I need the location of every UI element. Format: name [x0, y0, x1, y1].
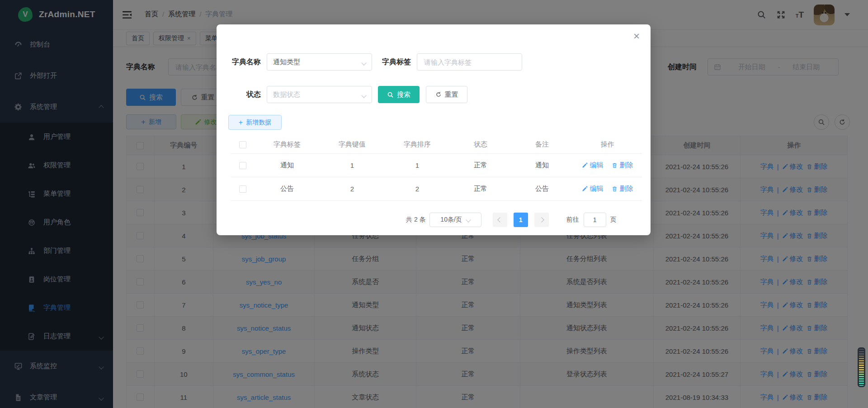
chevron-down-icon: [466, 217, 471, 222]
dict-tag-input-field[interactable]: [423, 58, 516, 66]
dialog-close-icon[interactable]: ×: [633, 31, 640, 42]
page-unit-label: 页: [610, 216, 617, 224]
status-cell: 正常: [450, 185, 511, 193]
goto-page-input[interactable]: [584, 213, 606, 227]
trash-icon: [612, 162, 618, 168]
page-size-select[interactable]: 10条/页: [429, 213, 481, 227]
row-checkbox[interactable]: [239, 185, 246, 193]
edit-action-link[interactable]: 编辑: [582, 185, 604, 193]
page-size-value: 10条/页: [440, 216, 462, 224]
dict-sort-cell: 2: [385, 185, 450, 193]
plus-icon: +: [239, 119, 243, 126]
add-data-button-label: 新增数据: [246, 119, 271, 127]
trash-icon: [612, 186, 618, 192]
dict-value-cell: 1: [320, 161, 385, 169]
status-select[interactable]: 数据状态: [267, 86, 372, 103]
select-all-checkbox[interactable]: [239, 141, 246, 148]
remark-cell: 公告: [511, 185, 573, 193]
dict-data-dialog: × 字典名称 通知类型 字典标签 状态 数据状态 搜索 重置 + 新增数据 字典…: [217, 24, 651, 235]
column-header: 字典标签: [255, 140, 320, 149]
row-checkbox-cell: [231, 185, 255, 193]
column-header: 备注: [511, 140, 573, 149]
table-row: 通知 1 1 正常 通知 编辑 删除: [231, 154, 642, 177]
dict-data-table-header: 字典标签 字典键值 字典排序 状态 备注 操作: [231, 136, 642, 154]
pagination: 共 2 条 10条/页 1 前往 页: [406, 213, 617, 227]
dict-data-table-body: 通知 1 1 正常 通知 编辑 删除: [231, 154, 642, 201]
dict-name-select-value: 通知类型: [273, 58, 300, 66]
dict-sort-cell: 1: [385, 161, 450, 169]
column-header: 操作: [573, 140, 642, 149]
dict-label-cell: 公告: [255, 185, 320, 193]
goto-label: 前往: [566, 216, 579, 224]
dict-tag-label: 字典标签: [378, 53, 411, 71]
status-cell: 正常: [450, 161, 511, 170]
row-checkbox-cell: [231, 162, 255, 169]
pencil-icon: [582, 162, 588, 168]
select-all-checkbox-cell: [231, 141, 255, 148]
dict-tag-input[interactable]: [417, 53, 522, 71]
column-header: 状态: [450, 140, 511, 149]
add-data-button[interactable]: + 新增数据: [228, 115, 282, 130]
dict-name-select[interactable]: 通知类型: [267, 53, 372, 71]
dict-name-label: 字典名称: [228, 53, 261, 71]
row-actions-cell: 编辑 删除: [573, 161, 642, 170]
chevron-down-icon: [362, 91, 366, 99]
column-header: 字典键值: [320, 140, 385, 149]
dict-data-table: 字典标签 字典键值 字典排序 状态 备注 操作 通知 1 1 正常 通知: [231, 136, 642, 201]
table-row: 公告 2 2 正常 公告 编辑 删除: [231, 177, 642, 201]
next-page-button[interactable]: [534, 213, 549, 227]
modal-search-button-label: 搜索: [397, 90, 410, 99]
modal-reset-button[interactable]: 重置: [426, 86, 467, 103]
status-label: 状态: [228, 86, 261, 103]
dict-value-cell: 2: [320, 185, 385, 193]
prev-page-button[interactable]: [493, 213, 507, 227]
search-icon: [387, 91, 394, 98]
row-actions-cell: 编辑 删除: [573, 185, 642, 193]
edit-action-link[interactable]: 编辑: [582, 161, 604, 170]
chevron-down-icon: [362, 58, 366, 66]
page-number-button[interactable]: 1: [514, 213, 528, 227]
pencil-icon: [582, 186, 588, 192]
delete-action-link[interactable]: 删除: [612, 161, 633, 170]
remark-cell: 通知: [511, 161, 573, 170]
delete-action-link[interactable]: 删除: [612, 185, 633, 193]
scrollbar-minimap-thumb[interactable]: [858, 347, 865, 387]
modal-reset-button-label: 重置: [445, 90, 458, 99]
row-checkbox[interactable]: [239, 162, 246, 169]
refresh-icon: [435, 91, 442, 98]
column-header: 字典排序: [385, 140, 450, 149]
dict-label-cell: 通知: [255, 161, 320, 170]
status-select-placeholder: 数据状态: [273, 90, 300, 99]
modal-search-button[interactable]: 搜索: [378, 86, 420, 103]
pagination-total: 共 2 条: [406, 216, 426, 224]
